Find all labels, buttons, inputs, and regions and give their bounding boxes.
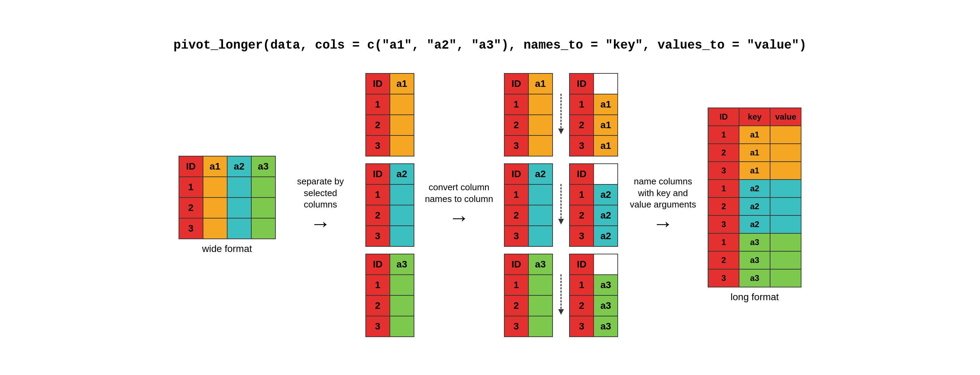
spr-a3-r1-v: a3 [593, 275, 618, 296]
sep-a3-header: a3 [390, 254, 414, 275]
spr-a1-r1-v: a1 [593, 94, 618, 115]
sep-a1-r2-v [390, 115, 414, 135]
sep-a1-header-id: ID [366, 73, 390, 94]
spr-a2-r3-v: a2 [593, 226, 618, 246]
split-a2-right: ID 1 a2 2 a2 3 a2 [569, 164, 618, 247]
header-a1: a1 [203, 156, 227, 177]
split-pair-a1: ID a1 1 2 3 [504, 73, 619, 156]
spr-a1-h-id: ID [570, 73, 593, 94]
arrow-3-label: name columns with key and value argument… [628, 176, 697, 211]
spl-a2-h-id: ID [504, 164, 528, 184]
spl-a2-r3-id: 3 [504, 226, 528, 246]
spr-a3-h-id: ID [570, 254, 593, 275]
long-r3-val [770, 162, 801, 180]
spr-a2-r1-v: a2 [593, 184, 618, 205]
long-format-table-group: ID key value 1 a1 2 a1 3 a1 [708, 108, 802, 303]
cell-3-a2 [227, 218, 251, 239]
sep-a2-r3-id: 3 [366, 226, 390, 246]
spr-a3-r2-id: 2 [570, 296, 593, 316]
wide-format-label: wide format [202, 243, 252, 254]
cell-2-a2 [227, 197, 251, 218]
spl-a1-h-id: ID [504, 73, 528, 94]
spr-a1-r3-id: 3 [570, 135, 593, 156]
long-h-id: ID [708, 108, 739, 126]
cell-3-id: 3 [179, 218, 203, 239]
dashed-line-a3 [560, 274, 562, 309]
cell-1-a2 [227, 177, 251, 197]
arrow-2: convert column names to column → [425, 182, 494, 229]
wide-table: ID a1 a2 a3 1 2 3 [178, 156, 276, 239]
long-r6-key: a2 [739, 215, 770, 234]
long-r4-key: a2 [739, 180, 770, 197]
sep-a1-r1-id: 1 [366, 94, 390, 115]
spr-a3-r3-v: a3 [593, 316, 618, 337]
long-r1-val [770, 126, 801, 144]
header-id: ID [179, 156, 203, 177]
long-r2-id: 2 [708, 144, 739, 162]
cell-1-id: 1 [179, 177, 203, 197]
cell-1-a1 [203, 177, 227, 197]
spl-a3-r2-v [528, 296, 552, 316]
sep-a1-r2-id: 2 [366, 115, 390, 135]
arrow-down-a2: ▼ [556, 216, 566, 227]
long-r1-key: a1 [739, 126, 770, 144]
cell-2-id: 2 [179, 197, 203, 218]
spr-a3-h-blank [593, 254, 618, 275]
long-r7-key: a3 [739, 234, 770, 251]
spr-a2-h-blank [593, 164, 618, 184]
spr-a2-r2-id: 2 [570, 205, 593, 226]
spr-a1-r1-id: 1 [570, 94, 593, 115]
long-r8-key: a3 [739, 251, 770, 269]
arrow-down-a1: ▼ [556, 126, 566, 137]
long-r8-val [770, 251, 801, 269]
long-r1-id: 1 [708, 126, 739, 144]
split-pair-a2: ID a2 1 2 3 [504, 164, 619, 247]
split-a1-left: ID a1 1 2 3 [504, 73, 553, 156]
spl-a2-r2-v [528, 205, 552, 226]
cell-2-a1 [203, 197, 227, 218]
cell-1-a3 [251, 177, 275, 197]
spl-a1-r1-id: 1 [504, 94, 528, 115]
spl-a3-r2-id: 2 [504, 296, 528, 316]
spr-a2-r1-id: 1 [570, 184, 593, 205]
long-r9-val [770, 269, 801, 287]
dashed-arrow-a1: ▼ [556, 73, 566, 137]
split-pair-a3: ID a3 1 2 3 [504, 254, 619, 337]
long-r5-key: a2 [739, 197, 770, 215]
separated-tables-group: ID a1 1 2 3 ID [365, 73, 414, 337]
spl-a3-r1-id: 1 [504, 275, 528, 296]
split-a2-left: ID a2 1 2 3 [504, 164, 553, 247]
spr-a1-r3-v: a1 [593, 135, 618, 156]
sep-a2-r3-v [390, 226, 414, 246]
sep-a3-r1-v [390, 275, 414, 296]
split-tables-group: ID a1 1 2 3 [504, 73, 619, 337]
spr-a3-r1-id: 1 [570, 275, 593, 296]
spl-a1-h-col: a1 [528, 73, 552, 94]
long-r5-id: 2 [708, 197, 739, 215]
arrow-1-label: separate by selected columns [286, 176, 355, 211]
spr-a1-r2-v: a1 [593, 115, 618, 135]
separated-a1-table: ID a1 1 2 3 [365, 73, 414, 156]
long-r6-id: 3 [708, 215, 739, 234]
long-r2-val [770, 144, 801, 162]
dashed-line-a2 [560, 184, 562, 219]
long-r2-key: a1 [739, 144, 770, 162]
spl-a2-r3-v [528, 226, 552, 246]
sep-a3-r2-v [390, 296, 414, 316]
spl-a2-r2-id: 2 [504, 205, 528, 226]
cell-3-a1 [203, 218, 227, 239]
arrow-2-icon: → [449, 208, 469, 228]
sep-a1-r1-v [390, 94, 414, 115]
long-r7-val [770, 234, 801, 251]
long-h-value: value [770, 108, 801, 126]
sep-a2-r2-v [390, 205, 414, 226]
arrow-1: separate by selected columns → [286, 176, 355, 234]
spr-a2-r3-id: 3 [570, 226, 593, 246]
spr-a1-h-blank [593, 73, 618, 94]
cell-3-a3 [251, 218, 275, 239]
dashed-arrow-a3: ▼ [556, 254, 566, 317]
long-r7-id: 1 [708, 234, 739, 251]
long-h-key: key [739, 108, 770, 126]
sep-a3-header-id: ID [366, 254, 390, 275]
sep-a2-header: a2 [390, 164, 414, 184]
